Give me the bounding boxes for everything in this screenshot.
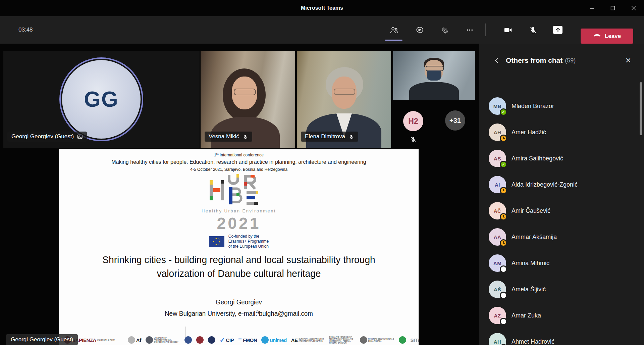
participant-name: Amir Čaušević bbox=[512, 207, 550, 214]
avatar: AH bbox=[489, 333, 506, 345]
video-feed bbox=[393, 51, 475, 100]
leave-button[interactable]: Leave bbox=[581, 29, 633, 44]
toolbar-divider bbox=[485, 23, 486, 36]
participant-row[interactable]: AŠ Amela Šljivić bbox=[479, 276, 644, 302]
participant-name: Amer Hadžić bbox=[512, 129, 546, 136]
partner-logo: AEEuropean Association for Architectural… bbox=[291, 337, 325, 343]
more-participants-badge[interactable]: +31 bbox=[445, 110, 465, 131]
mouse-cursor bbox=[256, 309, 261, 314]
participants-button[interactable] bbox=[386, 22, 402, 37]
avatar-initials: AA bbox=[494, 234, 501, 240]
presence-badge bbox=[500, 213, 507, 220]
share-icon bbox=[553, 26, 562, 34]
more-options-button[interactable] bbox=[462, 22, 478, 37]
meeting-timer: 03:48 bbox=[18, 16, 33, 44]
presence-badge bbox=[500, 292, 507, 299]
avatar: AM bbox=[489, 254, 506, 272]
title-bar: Microsoft Teams bbox=[0, 0, 644, 16]
window-title: Microsoft Teams bbox=[0, 0, 644, 16]
participant-row[interactable]: AM Amina Mihmić bbox=[479, 250, 644, 276]
mic-muted-icon bbox=[243, 134, 248, 140]
mic-muted-icon bbox=[410, 136, 417, 143]
panel-header: Others from chat (59) × bbox=[479, 54, 644, 67]
partner-logo bbox=[196, 336, 204, 344]
participant-row[interactable]: AH Ahmet Hadrović bbox=[479, 329, 644, 345]
chat-button[interactable] bbox=[412, 22, 428, 37]
maximize-button[interactable] bbox=[602, 0, 623, 16]
partner-logo: ≡FMON bbox=[238, 336, 257, 344]
participant-avatar-h2[interactable]: H2 bbox=[403, 111, 423, 131]
hurbe-tagline: Healthy Urban Environment bbox=[202, 208, 276, 213]
hurbe-year: 2021 bbox=[217, 214, 261, 233]
hurbe-logo-block: Healthy Urban Environment 2021 Co-funde bbox=[59, 174, 419, 249]
mic-muted-button[interactable] bbox=[525, 22, 541, 37]
participant-name: Ahmet Hadrović bbox=[512, 338, 554, 345]
self-name-label: Georgi Georgiev (Guest) bbox=[6, 334, 78, 345]
minimize-button[interactable] bbox=[582, 0, 602, 16]
camera-toggle-button[interactable] bbox=[500, 22, 516, 37]
video-tile-vesna[interactable]: Vesna Mikić bbox=[201, 51, 295, 148]
participant-count: (59) bbox=[565, 57, 576, 64]
avatar: AŠ bbox=[489, 281, 506, 298]
avatar-initials: AZ bbox=[494, 313, 501, 318]
participant-row[interactable]: AA Ammar Akšamija bbox=[479, 224, 644, 250]
presence-badge bbox=[500, 108, 507, 116]
participant-row[interactable]: AI Aida Idrizbegović-Zgonić bbox=[479, 171, 644, 198]
hurbe-logo bbox=[207, 174, 271, 207]
conference-line: 1st International conference bbox=[70, 152, 408, 157]
eu-cofunded-text: Co-funded by the Erasmus+ Programme of t… bbox=[228, 234, 269, 249]
avatar-initials: AH bbox=[494, 339, 501, 345]
avatar: AZ bbox=[489, 307, 506, 324]
partner-logo: Af bbox=[128, 336, 141, 344]
slide-title: Shrinking cities - building regional and… bbox=[70, 253, 408, 280]
participant-name-label: Vesna Mikić bbox=[205, 132, 252, 142]
avatar: AH bbox=[489, 124, 506, 141]
participant-name: Ammar Akšamija bbox=[512, 234, 557, 241]
participant-name: Amina Mihmić bbox=[512, 260, 549, 267]
participant-row[interactable]: AS Amira Salihbegović bbox=[479, 145, 644, 171]
avatar-initials: AI bbox=[495, 182, 500, 188]
avatar: MB bbox=[489, 97, 506, 115]
partner-logo-strip: SAPIENZAUniversità di RomaAfUniversity o… bbox=[64, 336, 416, 344]
participant-row[interactable]: MB Mladen Burazor bbox=[479, 93, 644, 119]
presence-badge bbox=[500, 318, 507, 325]
participant-row[interactable]: AČ Amir Čaušević bbox=[479, 198, 644, 224]
partner-logo: University of Architecture Civil Enginee… bbox=[146, 336, 180, 344]
participant-name: Mladen Burazor bbox=[512, 103, 554, 110]
avatar: AČ bbox=[489, 202, 506, 219]
shared-screen-slide: 1st International conference Making heal… bbox=[59, 149, 419, 345]
panel-title: Others from chat bbox=[506, 56, 562, 64]
close-panel-button[interactable]: × bbox=[623, 54, 634, 67]
participant-name: Amar Zuka bbox=[512, 312, 541, 319]
mic-muted-icon bbox=[348, 134, 354, 140]
avatar-initials: MB bbox=[493, 103, 501, 109]
share-button[interactable] bbox=[550, 22, 566, 37]
participant-name: Amela Šljivić bbox=[512, 286, 546, 293]
meeting-stage: GG Georgi Georgiev (Guest) Vesna Mikić bbox=[0, 44, 479, 345]
slide-affiliation: New Bulgarian University, e-mail: bulgha… bbox=[70, 310, 408, 317]
partner-logo bbox=[399, 336, 406, 344]
back-button[interactable] bbox=[492, 56, 502, 65]
video-tile-small[interactable] bbox=[393, 51, 475, 100]
avatar: AA bbox=[489, 228, 506, 246]
participant-name: Aida Idrizbegović-Zgonić bbox=[512, 181, 578, 188]
presence-badge bbox=[500, 187, 507, 194]
pinned-avatar-icon bbox=[77, 134, 83, 140]
conference-subtitle: Making healthy cities for people. Educat… bbox=[70, 159, 408, 165]
close-button[interactable] bbox=[623, 0, 644, 16]
participant-row[interactable]: AH Amer Hadžić bbox=[479, 119, 644, 145]
avatar-initials: AS bbox=[494, 156, 501, 161]
scrollbar-thumb[interactable] bbox=[640, 82, 642, 135]
avatar-initials: AM bbox=[493, 260, 501, 266]
avatar-initials: GG bbox=[84, 87, 119, 112]
video-tile-elena[interactable]: Elena Dimitrova bbox=[297, 51, 391, 148]
reactions-button[interactable] bbox=[436, 22, 452, 37]
participant-list: MB Mladen Burazor AH Amer Hadžić AS Amir… bbox=[479, 93, 644, 345]
window-controls bbox=[582, 0, 644, 16]
video-tile-georgi[interactable]: GG Georgi Georgiev (Guest) bbox=[3, 51, 200, 148]
participant-row[interactable]: AZ Amar Zuka bbox=[479, 302, 644, 329]
partner-logo: unimed bbox=[261, 336, 286, 344]
teams-meeting-window: Microsoft Teams 03:48 bbox=[0, 0, 644, 345]
participant-name: Amira Salihbegović bbox=[512, 155, 563, 162]
presence-badge bbox=[500, 239, 507, 247]
